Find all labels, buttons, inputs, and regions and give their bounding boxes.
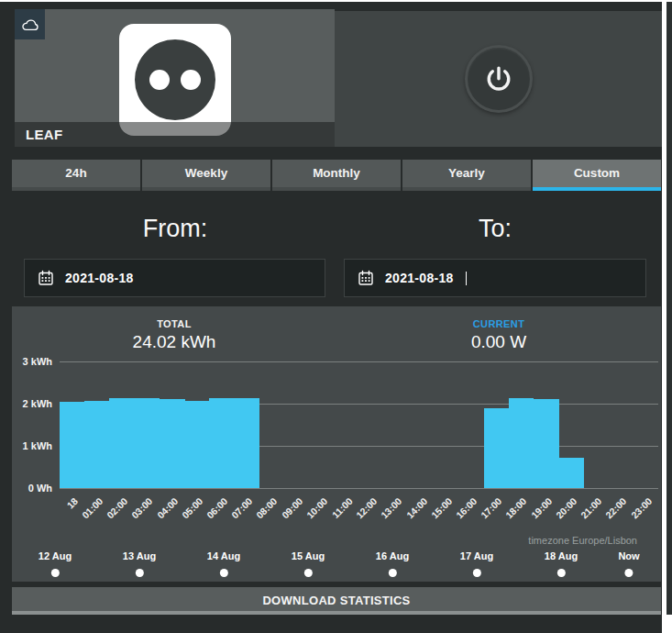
bar <box>160 399 185 488</box>
calendar-icon <box>358 270 374 286</box>
bar <box>135 398 160 488</box>
y-axis-label: 3 kWh <box>6 356 52 367</box>
cloud-status-button[interactable] <box>15 9 45 39</box>
cloud-icon <box>21 17 39 32</box>
calendar-icon <box>38 270 54 286</box>
total-label: TOTAL <box>12 318 336 329</box>
chart-panel: TOTAL 24.02 kWh CURRENT 0.00 W 3 kWh2 kW… <box>12 306 661 582</box>
bar <box>558 458 584 488</box>
day-item-18-aug[interactable]: 18 Aug <box>545 550 578 577</box>
day-item-15-aug[interactable]: 15 Aug <box>292 550 325 577</box>
to-date-input[interactable]: 2021-08-18 <box>344 259 646 297</box>
device-name-bar: LEAF <box>15 122 335 147</box>
bar <box>84 401 110 488</box>
from-date-value: 2021-08-18 <box>65 271 134 285</box>
to-date-value: 2021-08-18 <box>385 271 454 285</box>
period-tab-bar: 24h Weekly Monthly Yearly Custom <box>12 160 661 191</box>
power-panel <box>335 11 662 147</box>
to-heading: To: <box>344 215 646 243</box>
total-stat: TOTAL 24.02 kWh <box>12 318 336 352</box>
day-selector: 12 Aug 13 Aug 14 Aug 15 Aug 16 Aug 17 Au… <box>12 550 661 582</box>
device-name: LEAF <box>26 127 62 142</box>
gridline <box>60 488 658 489</box>
day-item-14-aug[interactable]: 14 Aug <box>207 550 240 577</box>
tab-monthly[interactable]: Monthly <box>272 160 401 191</box>
day-item-now[interactable]: Now <box>618 550 639 577</box>
day-item-16-aug[interactable]: 16 Aug <box>376 550 409 577</box>
day-item-12-aug[interactable]: 12 Aug <box>39 550 72 577</box>
current-value: 0.00 W <box>336 332 661 352</box>
text-caret <box>466 272 467 285</box>
bar <box>234 398 259 488</box>
bar <box>109 398 135 488</box>
current-stat: CURRENT 0.00 W <box>336 318 661 352</box>
gridline <box>60 361 658 362</box>
day-dot[interactable] <box>50 569 59 577</box>
plot-area: 3 kWh2 kWh1 kWh0 Wh1801:0002:0003:0004:0… <box>60 361 658 488</box>
tab-24h[interactable]: 24h <box>12 160 140 191</box>
day-dot[interactable] <box>388 569 396 577</box>
current-label: CURRENT <box>336 318 661 329</box>
device-header: LEAF <box>15 9 335 147</box>
download-statistics-button[interactable]: DOWNLOAD STATISTICS <box>12 587 661 615</box>
from-heading: From: <box>24 215 326 243</box>
total-value: 24.02 kWh <box>12 332 336 352</box>
from-date-input[interactable]: 2021-08-18 <box>24 259 325 297</box>
bar <box>534 399 559 488</box>
bar <box>484 408 510 488</box>
day-dot[interactable] <box>556 569 565 577</box>
bar <box>509 398 534 488</box>
day-dot[interactable] <box>219 569 227 577</box>
tab-yearly[interactable]: Yearly <box>402 160 531 191</box>
scrollbar[interactable] <box>666 2 672 615</box>
bar <box>184 401 210 488</box>
y-axis-label: 1 kWh <box>6 440 52 451</box>
y-axis-label: 2 kWh <box>6 398 52 409</box>
day-dot[interactable] <box>472 569 480 577</box>
timezone-note: timezone Europe/Lisbon <box>528 535 637 546</box>
day-dot[interactable] <box>624 569 633 577</box>
power-icon <box>483 63 514 94</box>
day-dot[interactable] <box>303 569 312 577</box>
power-button[interactable] <box>465 45 533 113</box>
tab-weekly[interactable]: Weekly <box>142 160 270 191</box>
day-item-13-aug[interactable]: 13 Aug <box>123 550 156 577</box>
bar <box>209 398 235 488</box>
y-axis-label: 0 Wh <box>6 483 52 494</box>
tab-custom[interactable]: Custom <box>533 160 661 191</box>
app-window: LEAF 24h Weekly Monthly Yearly Custom Fr… <box>0 2 662 633</box>
device-image <box>119 24 231 136</box>
bar <box>60 402 85 488</box>
socket-icon <box>135 39 215 120</box>
day-dot[interactable] <box>135 569 143 577</box>
day-item-17-aug[interactable]: 17 Aug <box>460 550 493 577</box>
